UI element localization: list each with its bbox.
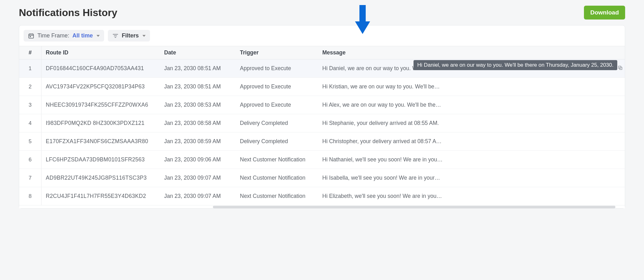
cell-message: Hi Nathaniel, we'll see you soon! We are… <box>318 151 625 169</box>
scrollbar-thumb[interactable] <box>213 206 615 208</box>
cell-message: Hi Alex, we are on our way to you. We'll… <box>318 96 625 114</box>
cell-date: Jan 23, 2030 09:07 AM <box>160 169 236 187</box>
cell-date: Jan 23, 2030 09:07 AM <box>160 187 236 205</box>
svg-rect-2 <box>30 36 31 37</box>
history-panel: Time Frame: All time Filters <box>19 25 625 209</box>
cell-index: 5 <box>19 132 41 151</box>
cell-trigger: Delivery Completed <box>236 132 318 151</box>
col-header-route[interactable]: Route ID <box>41 46 160 59</box>
table-row[interactable]: 4I983DFP0MQ2KD 8HZ300K3PDXZ121Jan 23, 20… <box>19 114 625 132</box>
annotation-arrow-icon <box>355 5 370 34</box>
filter-icon <box>112 33 119 39</box>
cell-trigger: Approved to Execute <box>236 59 318 78</box>
col-header-index[interactable]: # <box>19 46 41 59</box>
cell-route-id: I983DFP0MQ2KD 8HZ300K3PDXZ121 <box>41 114 160 132</box>
filters-button[interactable]: Filters <box>108 30 150 42</box>
cell-index: 7 <box>19 169 41 187</box>
cell-index: 8 <box>19 187 41 205</box>
horizontal-scrollbar[interactable] <box>19 205 625 208</box>
cell-date: Jan 23, 2030 08:58 AM <box>160 114 236 132</box>
download-button[interactable]: Download <box>584 6 625 20</box>
cell-route-id: DF016844C160CF4A90AD7053AA431 <box>41 59 160 78</box>
cell-index: 4 <box>19 114 41 132</box>
cell-date: Jan 23, 2030 09:06 AM <box>160 151 236 169</box>
svg-rect-0 <box>29 34 34 38</box>
cell-date: Jan 23, 2030 08:51 AM <box>160 59 236 78</box>
cell-date: Jan 23, 2030 08:59 AM <box>160 132 236 151</box>
cell-message: Hi Isabella, we'll see you soon! We are … <box>318 169 625 187</box>
cell-trigger: Approved to Execute <box>236 78 318 96</box>
cell-date: Jan 23, 2030 08:51 AM <box>160 78 236 96</box>
table-row[interactable]: 5E170FZXA1FF34N0FS6CZMSAAA3R80Jan 23, 20… <box>19 132 625 151</box>
table-row[interactable]: 3NHEEC30919734FK255CFFZZP0WXA6Jan 23, 20… <box>19 96 625 114</box>
cell-index: 3 <box>19 96 41 114</box>
table-header-row: # Route ID Date Trigger Message <box>19 46 625 59</box>
cell-trigger: Next Customer Notification <box>236 169 318 187</box>
table-row[interactable]: 2AVC19734FV22KP5CFQ32081P34P63Jan 23, 20… <box>19 78 625 96</box>
message-tooltip: Hi Daniel, we are on our way to you. We'… <box>414 60 617 70</box>
cell-trigger: Approved to Execute <box>236 96 318 114</box>
cell-route-id: AD9BR22UT49K245JG8PS116TSC3P3 <box>41 169 160 187</box>
chevron-down-icon <box>142 35 146 37</box>
cell-date: Jan 23, 2030 08:53 AM <box>160 96 236 114</box>
cell-message: Hi Stephanie, your delivery arrived at 0… <box>318 114 625 132</box>
cell-message: Hi Christopher, your delivery arrived at… <box>318 132 625 151</box>
page-title: Notifications History <box>19 7 117 19</box>
col-header-date[interactable]: Date <box>160 46 236 59</box>
cell-route-id: NHEEC30919734FK255CFFZZP0WXA6 <box>41 96 160 114</box>
table-row[interactable]: 7AD9BR22UT49K245JG8PS116TSC3P3Jan 23, 20… <box>19 169 625 187</box>
chevron-down-icon <box>97 35 100 37</box>
table-row[interactable]: 6LFC6HPZSDAA73D9BM0101SFR2563Jan 23, 203… <box>19 151 625 169</box>
cell-route-id: E170FZXA1FF34N0FS6CZMSAAA3R80 <box>41 132 160 151</box>
cell-message: Hi Kristian, we are on our way to you. W… <box>318 78 625 96</box>
cell-trigger: Next Customer Notification <box>236 151 318 169</box>
cell-message: Hi Elizabeth, we'll see you soon! We are… <box>318 187 625 205</box>
cell-index: 6 <box>19 151 41 169</box>
timeframe-value: All time <box>72 32 93 39</box>
copy-icon[interactable] <box>618 65 623 72</box>
filters-label: Filters <box>122 32 139 39</box>
timeframe-label: Time Frame: <box>37 32 69 39</box>
calendar-icon <box>28 33 34 39</box>
cell-trigger: Delivery Completed <box>236 114 318 132</box>
cell-trigger: Next Customer Notification <box>236 187 318 205</box>
cell-index: 1 <box>19 59 41 78</box>
cell-route-id: AVC19734FV22KP5CFQ32081P34P63 <box>41 78 160 96</box>
table-row[interactable]: 8R2CU4JF1F41L7H7FR55E3Y4D63KD2Jan 23, 20… <box>19 187 625 205</box>
cell-route-id: LFC6HPZSDAA73D9BM0101SFR2563 <box>41 151 160 169</box>
col-header-trigger[interactable]: Trigger <box>236 46 318 59</box>
cell-route-id: R2CU4JF1F41L7H7FR55E3Y4D63KD2 <box>41 187 160 205</box>
col-header-message[interactable]: Message <box>318 46 625 59</box>
timeframe-filter[interactable]: Time Frame: All time <box>24 30 104 42</box>
cell-index: 2 <box>19 78 41 96</box>
